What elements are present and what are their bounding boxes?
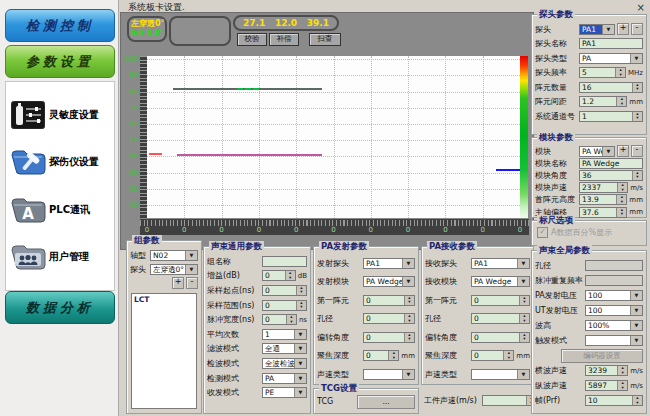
tx-velocity-type-select[interactable]: ▼ xyxy=(363,369,415,380)
sample-start[interactable]: 0▴▾ xyxy=(262,285,307,296)
tcg-button[interactable]: ... xyxy=(357,395,415,409)
tx-deflection-angle[interactable]: 0▴▾ xyxy=(363,332,415,343)
spinner-down-icon[interactable]: ▾ xyxy=(617,200,626,205)
list-item[interactable]: LCT xyxy=(132,294,196,305)
spinner-down-icon[interactable]: ▾ xyxy=(618,386,627,391)
compensate-button[interactable]: 补偿 xyxy=(269,33,299,46)
probe-name-input[interactable]: PA1 xyxy=(579,38,643,49)
spinner-buttons[interactable]: ▴▾ xyxy=(285,271,295,280)
chevron-down-icon[interactable]: ▼ xyxy=(294,344,306,353)
sample-range[interactable]: 0▴▾ xyxy=(262,300,307,311)
group-name-input[interactable] xyxy=(262,256,307,267)
element-pitch[interactable]: 1.2▴▾ xyxy=(579,96,627,107)
spinner-buttons[interactable]: ▴▾ xyxy=(519,296,529,305)
rx-aperture[interactable]: 0▴▾ xyxy=(471,313,530,324)
spinner-down-icon[interactable]: ▾ xyxy=(405,337,414,342)
tx-focus-depth[interactable]: 0▴▾ xyxy=(363,350,399,361)
probe-select[interactable]: PA1▼ xyxy=(579,24,615,35)
spinner-down-icon[interactable]: ▾ xyxy=(633,116,642,121)
spinner-buttons[interactable]: ▴▾ xyxy=(616,208,626,217)
chevron-down-icon[interactable]: ▼ xyxy=(402,277,414,286)
spinner-buttons[interactable]: ▴▾ xyxy=(519,333,529,342)
shear-velocity[interactable]: 3239▴▾ xyxy=(585,365,628,376)
spinner-down-icon[interactable]: ▾ xyxy=(618,188,627,193)
spinner-buttons[interactable]: ▴▾ xyxy=(617,183,627,192)
filter-mode-select[interactable]: 全通▼ xyxy=(262,343,307,354)
detection-control-button[interactable]: 检测控制 xyxy=(5,9,115,42)
chevron-down-icon[interactable]: ▼ xyxy=(630,291,642,300)
spinner-buttons[interactable]: ▴▾ xyxy=(616,97,626,106)
chevron-down-icon[interactable]: ▼ xyxy=(630,306,642,315)
chevron-down-icon[interactable]: ▼ xyxy=(630,336,642,345)
spinner-buttons[interactable]: ▴▾ xyxy=(519,314,529,323)
module-velocity[interactable]: 2337▴▾ xyxy=(579,182,628,193)
spinner-down-icon[interactable]: ▾ xyxy=(633,401,642,406)
tx-rx-mode-select[interactable]: PE▼ xyxy=(262,387,307,398)
spinner-down-icon[interactable]: ▾ xyxy=(520,319,529,324)
close-icon[interactable]: × xyxy=(637,3,645,13)
system-channel[interactable]: 1▴▾ xyxy=(579,111,643,122)
receive-probe-select[interactable]: PA1▼ xyxy=(471,258,530,269)
chevron-down-icon[interactable]: ▼ xyxy=(517,259,529,268)
spinner-buttons[interactable]: ▴▾ xyxy=(632,171,642,180)
gain[interactable]: 0▴▾ xyxy=(262,270,296,281)
rx-focus-depth[interactable]: 0▴▾ xyxy=(471,350,514,361)
spinner-buttons[interactable]: ▴▾ xyxy=(286,315,296,324)
spinner-buttons[interactable]: ▴▾ xyxy=(616,195,626,204)
module-name-input[interactable]: PA Wedge xyxy=(579,158,643,169)
chevron-down-icon[interactable]: ▼ xyxy=(630,54,642,63)
ut-voltage-select[interactable]: 100▼ xyxy=(585,305,643,316)
spinner-buttons[interactable]: ▴▾ xyxy=(615,68,625,77)
chevron-down-icon[interactable]: ▼ xyxy=(294,359,306,368)
chevron-down-icon[interactable]: ▼ xyxy=(185,265,197,274)
spinner-down-icon[interactable]: ▾ xyxy=(389,356,398,361)
add-button[interactable]: + xyxy=(617,145,629,157)
spinner-down-icon[interactable]: ▾ xyxy=(633,175,642,180)
chevron-down-icon[interactable]: ▼ xyxy=(294,374,306,383)
chevron-down-icon[interactable]: ▼ xyxy=(294,388,306,397)
rx-first-element[interactable]: 0▴▾ xyxy=(471,295,530,306)
calibrate-button[interactable]: 校验 xyxy=(237,33,267,46)
spinner-buttons[interactable]: ▴▾ xyxy=(404,314,414,323)
add-button[interactable]: + xyxy=(172,277,184,289)
spinner-down-icon[interactable]: ▾ xyxy=(617,102,626,107)
menu-item-sensitivity[interactable]: 灵敏度设置 xyxy=(6,100,114,130)
group-listbox[interactable]: LCT xyxy=(131,293,197,409)
element-count[interactable]: 16▴▾ xyxy=(579,82,643,93)
rx-deflection-angle[interactable]: 0▴▾ xyxy=(471,332,530,343)
spinner-buttons[interactable]: ▴▾ xyxy=(617,366,627,375)
spinner-down-icon[interactable]: ▾ xyxy=(504,356,513,361)
add-button[interactable]: + xyxy=(617,23,629,35)
remove-button[interactable]: - xyxy=(631,23,643,35)
chevron-down-icon[interactable]: ▼ xyxy=(402,370,414,379)
spinner-down-icon[interactable]: ▾ xyxy=(286,276,295,281)
chevron-down-icon[interactable]: ▼ xyxy=(517,370,529,379)
module-angle[interactable]: 36▴▾ xyxy=(579,170,643,181)
spinner-buttons[interactable]: ▴▾ xyxy=(503,351,513,360)
spinner-down-icon[interactable]: ▾ xyxy=(633,87,642,92)
chevron-down-icon[interactable]: ▼ xyxy=(602,147,614,156)
axis-type-select[interactable]: N02▼ xyxy=(150,250,198,261)
wave-height-select[interactable]: 100%▼ xyxy=(585,320,643,331)
spinner-buttons[interactable]: ▴▾ xyxy=(404,333,414,342)
chevron-down-icon[interactable]: ▼ xyxy=(185,251,197,260)
main-axis-offset[interactable]: 37.6▴▾ xyxy=(579,207,627,218)
transmit-probe-select[interactable]: PA1▼ xyxy=(363,258,415,269)
spinner-buttons[interactable]: ▴▾ xyxy=(632,396,642,405)
spinner-down-icon[interactable]: ▾ xyxy=(520,300,529,305)
pa-voltage-select[interactable]: 100▼ xyxy=(585,290,643,301)
module-select[interactable]: PA Wedge▼ xyxy=(579,146,615,157)
detection-mode-select[interactable]: PA▼ xyxy=(262,373,307,384)
pulse-width[interactable]: 0▴▾ xyxy=(262,314,297,325)
rx-velocity-type-select[interactable]: ▼ xyxy=(471,369,530,380)
spinner-down-icon[interactable]: ▾ xyxy=(405,319,414,324)
scan-button[interactable]: 扫查 xyxy=(309,33,341,46)
probe-type-select[interactable]: PA▼ xyxy=(579,53,643,64)
first-element-height[interactable]: 13.9▴▾ xyxy=(579,194,627,205)
data-analysis-button[interactable]: 数据分析 xyxy=(5,291,115,324)
chevron-down-icon[interactable]: ▼ xyxy=(294,330,306,339)
spinner-buttons[interactable]: ▴▾ xyxy=(617,381,627,390)
spinner-down-icon[interactable]: ▾ xyxy=(617,212,626,217)
tx-aperture[interactable]: 0▴▾ xyxy=(363,313,415,324)
workpiece-velocity[interactable]: ▴▾ xyxy=(482,395,537,406)
